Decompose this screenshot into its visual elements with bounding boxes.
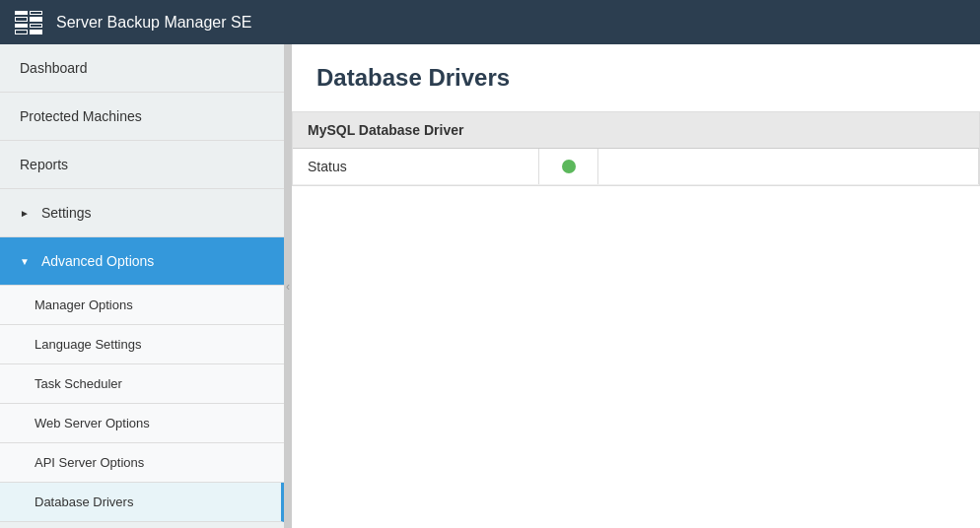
database-driver-table: MySQL Database Driver Status [292,111,980,186]
page-title: Database Drivers [292,44,980,111]
app-header: Server Backup Manager SE [0,0,980,44]
chevron-right-icon: ► [20,208,30,219]
sidebar-item-protected-machines[interactable]: Protected Machines [0,93,284,141]
sidebar-sub-item-label: Task Scheduler [35,376,122,391]
sidebar: Dashboard Protected Machines Reports ► S… [0,44,284,528]
status-green-dot [562,160,576,173]
sidebar-sub-item-label: Language Settings [35,337,141,352]
sidebar-sub-item-task-scheduler[interactable]: Task Scheduler [0,364,284,404]
sidebar-item-label: Settings [41,205,92,221]
logo-icon [15,9,46,36]
status-label-cell: Status [293,149,539,184]
sidebar-sub-item-label: API Server Options [35,455,144,470]
sidebar-item-label: Protected Machines [20,108,142,124]
sidebar-sub-item-api-server-options[interactable]: API Server Options [0,443,284,483]
logo: Server Backup Manager SE [15,9,251,36]
sidebar-sub-item-language-settings[interactable]: Language Settings [0,325,284,364]
sidebar-sub-item-label: Web Server Options [35,416,150,430]
section-header: MySQL Database Driver [293,112,979,149]
table-row: Status [293,149,979,185]
sidebar-item-label: Dashboard [20,60,88,76]
sidebar-item-label: Reports [20,157,68,172]
sidebar-item-reports[interactable]: Reports [0,141,284,189]
sidebar-item-settings[interactable]: ► Settings [0,189,284,237]
status-indicator-cell [539,149,598,184]
sidebar-item-label: Advanced Options [41,253,154,269]
main-content: Database Drivers MySQL Database Driver S… [292,44,980,528]
sidebar-sub-item-database-drivers[interactable]: Database Drivers [0,483,284,522]
sidebar-collapse-handle[interactable] [284,44,292,528]
status-label: Status [308,159,347,174]
empty-cell [598,149,979,184]
chevron-down-icon: ▼ [20,256,30,267]
sidebar-sub-item-web-server-options[interactable]: Web Server Options [0,404,284,443]
sidebar-sub-item-label: Database Drivers [35,495,133,509]
sidebar-sub-item-label: Manager Options [35,297,133,312]
app-title: Server Backup Manager SE [56,14,251,32]
sidebar-item-advanced-options[interactable]: ▼ Advanced Options [0,237,284,286]
main-layout: Dashboard Protected Machines Reports ► S… [0,44,980,528]
sidebar-sub-item-manager-options[interactable]: Manager Options [0,286,284,325]
sidebar-item-dashboard[interactable]: Dashboard [0,44,284,93]
